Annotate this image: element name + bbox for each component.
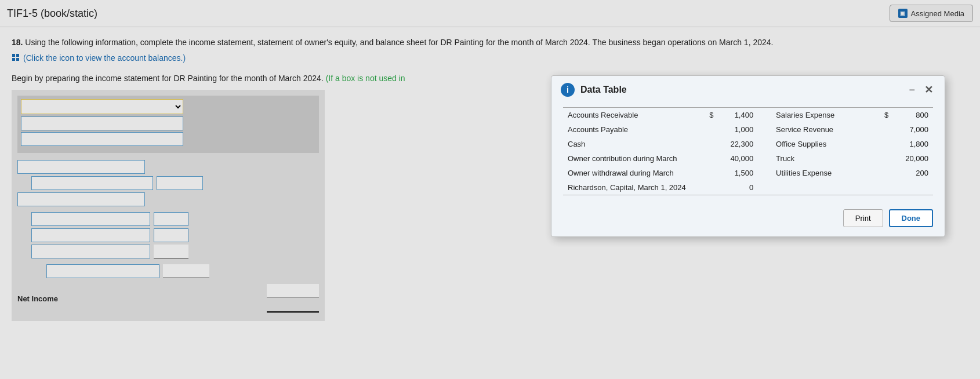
- left-amount: 22,300: [718, 137, 758, 151]
- table-row: Richardson, Capital, March 1, 2024 0: [563, 180, 933, 195]
- right-dollar: [878, 180, 894, 195]
- modal-controls: − ✕: [906, 83, 935, 96]
- right-dollar: [878, 122, 894, 137]
- modal-footer: Print Done: [551, 205, 945, 236]
- table-row: Accounts Receivable $ 1,400 Salaries Exp…: [563, 108, 933, 123]
- right-label: Truck: [771, 151, 877, 166]
- right-amount: 1,800: [893, 137, 933, 151]
- left-label: Cash: [563, 137, 703, 151]
- data-table: Accounts Receivable $ 1,400 Salaries Exp…: [563, 107, 933, 195]
- right-label: Utilities Expense: [771, 166, 877, 180]
- table-row: Cash 22,300 Office Supplies 1,800: [563, 137, 933, 151]
- modal-body: Accounts Receivable $ 1,400 Salaries Exp…: [551, 101, 945, 205]
- modal-header: i Data Table − ✕: [551, 76, 945, 101]
- left-dollar: $: [703, 108, 718, 123]
- info-icon: i: [561, 83, 575, 97]
- left-label: Accounts Receivable: [563, 108, 703, 123]
- modal-title: Data Table: [580, 85, 901, 95]
- left-label: Owner contribution during March: [563, 151, 703, 166]
- right-dollar: [878, 151, 894, 166]
- left-dollar: [703, 137, 718, 151]
- modal-overlay: i Data Table − ✕ Accounts Receivable $ 1…: [0, 0, 980, 330]
- table-row: Owner withdrawal during March 1,500 Util…: [563, 166, 933, 180]
- left-amount: 40,000: [718, 151, 758, 166]
- right-amount: 20,000: [893, 151, 933, 166]
- minimize-button[interactable]: −: [906, 85, 917, 95]
- right-amount: 800: [893, 108, 933, 123]
- right-amount: 7,000: [893, 122, 933, 137]
- left-dollar: [703, 166, 718, 180]
- left-amount: 1,000: [718, 122, 758, 137]
- data-table-modal: i Data Table − ✕ Accounts Receivable $ 1…: [551, 75, 945, 237]
- left-dollar: [703, 122, 718, 137]
- right-dollar: [878, 166, 894, 180]
- left-dollar: [703, 180, 718, 195]
- right-label: Service Revenue: [771, 122, 877, 137]
- close-button[interactable]: ✕: [922, 83, 935, 96]
- done-button[interactable]: Done: [889, 209, 934, 227]
- right-amount: 200: [893, 166, 933, 180]
- right-dollar: $: [878, 108, 894, 123]
- print-button[interactable]: Print: [843, 209, 883, 227]
- right-dollar: [878, 137, 894, 151]
- left-amount: 1,500: [718, 166, 758, 180]
- left-dollar: [703, 151, 718, 166]
- left-label: Owner withdrawal during March: [563, 166, 703, 180]
- table-row: Accounts Payable 1,000 Service Revenue 7…: [563, 122, 933, 137]
- right-label: Office Supplies: [771, 137, 877, 151]
- right-label: Salaries Expense: [771, 108, 877, 123]
- left-amount: 1,400: [718, 108, 758, 123]
- right-label: [771, 180, 877, 195]
- table-row: Owner contribution during March 40,000 T…: [563, 151, 933, 166]
- left-amount: 0: [718, 180, 758, 195]
- left-label: Accounts Payable: [563, 122, 703, 137]
- left-label: Richardson, Capital, March 1, 2024: [563, 180, 703, 195]
- right-amount: [893, 180, 933, 195]
